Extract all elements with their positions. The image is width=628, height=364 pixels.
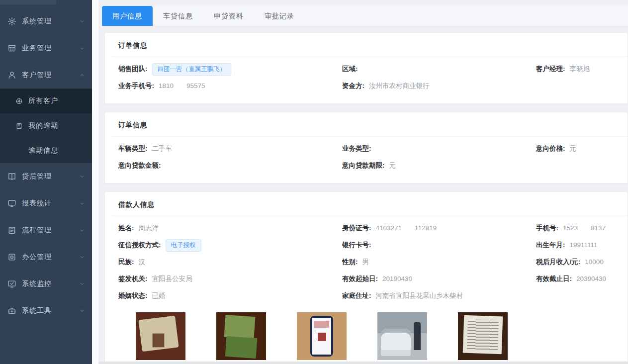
horizontal-scrollbar[interactable] [98, 362, 628, 364]
field-label: 意向价格 [536, 145, 565, 152]
card-title: 借款人信息 [105, 192, 628, 216]
tab-2[interactable]: 申贷资料 [203, 6, 254, 26]
sidebar-subitem-2-2[interactable]: 逾期信息 [0, 138, 92, 163]
sidebar-item-4[interactable]: 报表统计 [0, 190, 92, 217]
user-icon [7, 71, 16, 80]
field-label: 征信授权方式 [118, 241, 161, 249]
field-value: 汉 [139, 258, 146, 266]
photo-doc[interactable]: 其他材料 [458, 312, 508, 364]
field-value: 周志洋 [139, 224, 159, 232]
field-label: 性别 [342, 258, 358, 266]
field-row: 征信授权方式电子授权银行卡号出生年月19911111 [105, 237, 628, 254]
field: 资金方汝州市农村商业银行 [342, 82, 536, 91]
field-label: 意向贷款期限 [342, 162, 385, 169]
field-row: 姓名周志洋身份证号4103271112819手机号15238137 [105, 220, 628, 237]
sidebar-item-label: 贷后管理 [22, 172, 79, 181]
field: 意向贷款金额 [118, 161, 342, 170]
field-label: 银行卡号 [342, 241, 371, 249]
sidebar-subitem-2-1[interactable]: 我的逾期 [0, 113, 92, 138]
tab-0[interactable]: 用户信息 [102, 6, 153, 26]
field-label: 车辆类型 [118, 145, 148, 152]
sidebar-item-5[interactable]: 流程管理 [0, 217, 92, 244]
field-value: 19911111 [570, 241, 598, 249]
field-label: 婚姻状态 [118, 292, 148, 299]
photo-booklet[interactable]: 行驶证照片 [216, 312, 266, 364]
chevron-down-icon [79, 227, 85, 233]
field: 姓名周志洋 [118, 224, 342, 233]
sidebar-item-3[interactable]: 贷后管理 [0, 163, 92, 190]
value-prefix: 1810 [159, 82, 174, 90]
card-title: 订单信息 [105, 33, 628, 57]
field-label: 有效截止日 [536, 275, 572, 282]
field-row: 意向贷款金额意向贷款期限元 [105, 157, 628, 174]
sidebar: 系统管理业务管理客户管理所有客户我的逾期逾期信息贷后管理报表统计流程管理办公管理… [0, 0, 92, 364]
tab-1[interactable]: 车贷信息 [153, 6, 203, 26]
field-tag: 四团一营（直属王鹏飞） [152, 63, 232, 76]
field-row: 车辆类型二手车业务类型意向价格元 [105, 140, 628, 157]
phone-image [297, 312, 347, 360]
field: 身份证号4103271112819 [342, 224, 536, 233]
field: 有效截止日20390430 [536, 274, 628, 283]
value-prefix: 1523 [563, 224, 578, 232]
sidebar-item-label: 报表统计 [22, 199, 79, 208]
chevron-up-icon [79, 72, 85, 78]
field: 意向价格元 [536, 144, 628, 153]
car-image [377, 312, 427, 360]
chevron-down-icon [79, 45, 85, 51]
field-label: 区域 [342, 65, 358, 73]
gear-icon [7, 17, 16, 26]
field: 业务手机号181095575 [118, 82, 342, 91]
main-content: 用户信息车贷信息申贷资料审批记录 订单信息销售团队四团一营（直属王鹏飞）区域客户… [98, 0, 628, 364]
photo-phone[interactable]: 征信授权 [297, 312, 347, 364]
monitor-icon [7, 199, 16, 208]
field: 手机号15238137 [536, 224, 628, 233]
chevron-down-icon [79, 254, 85, 260]
field-row: 签发机关宜阳县公安局有效起始日20190430有效截止日20390430 [105, 271, 628, 287]
sidebar-item-label: 系统管理 [22, 17, 79, 26]
chevron-down-icon [79, 174, 85, 180]
tab-3[interactable]: 审批记录 [254, 6, 305, 26]
app-window: 系统管理业务管理客户管理所有客户我的逾期逾期信息贷后管理报表统计流程管理办公管理… [0, 0, 628, 364]
sidebar-item-2[interactable]: 客户管理 [0, 62, 92, 89]
field-value: 4103271112819 [376, 224, 437, 232]
sidebar-item-1[interactable]: 业务管理 [0, 35, 92, 62]
field: 出生年月19911111 [536, 241, 628, 250]
field: 签发机关宜阳县公安局 [118, 274, 342, 283]
field-value: 元 [570, 145, 577, 152]
divider [112, 136, 628, 137]
field: 民族汉 [118, 258, 342, 267]
clipboard-icon [7, 226, 16, 235]
sidebar-item-0[interactable]: 系统管理 [0, 8, 92, 35]
field-label: 意向贷款金额 [118, 162, 161, 169]
card-0: 订单信息销售团队四团一营（直属王鹏飞）区域客户经理李晓旭业务手机号1810955… [104, 32, 628, 104]
field-row: 民族汉性别男税后月收入/元10000 [105, 254, 628, 271]
doc-image [458, 312, 508, 360]
divider [112, 57, 628, 57]
field-label: 家庭住址 [342, 292, 371, 299]
field-value: 已婚 [152, 292, 166, 299]
photo-id-card[interactable]: 身份证 [136, 312, 185, 364]
booklet-image [216, 312, 266, 360]
sidebar-subitem-2-0[interactable]: 所有客户 [0, 89, 92, 113]
notebook-icon [15, 122, 23, 130]
field-value: 181095575 [159, 82, 205, 90]
field-value: 宜阳县公安局 [152, 275, 192, 282]
field-label: 销售团队 [118, 65, 148, 73]
photo-car[interactable]: 人车合影 [377, 312, 427, 364]
field: 有效起始日20190430 [342, 274, 536, 283]
field-value: 河南省宜阳县花果山乡木柴村 [376, 292, 463, 299]
field: 婚姻状态已婚 [118, 291, 342, 300]
sidebar-item-7[interactable]: 系统监控 [0, 271, 92, 297]
field-value: 15238137 [563, 224, 606, 232]
card-2: 借款人信息姓名周志洋身份证号4103271112819手机号15238137征信… [104, 191, 628, 364]
field: 性别男 [342, 258, 536, 267]
sidebar-item-8[interactable]: 系统工具 [0, 297, 92, 324]
toolbox-icon [7, 306, 16, 315]
sidebar-item-6[interactable]: 办公管理 [0, 244, 92, 271]
sidebar-item-label: 客户管理 [22, 71, 79, 80]
detail-cards: 订单信息销售团队四团一营（直属王鹏飞）区域客户经理李晓旭业务手机号1810955… [102, 32, 628, 364]
field-label: 业务类型 [342, 145, 371, 152]
field: 税后月收入/元10000 [536, 258, 628, 267]
field-tag: 电子授权 [166, 239, 201, 252]
grid-icon [7, 44, 16, 53]
